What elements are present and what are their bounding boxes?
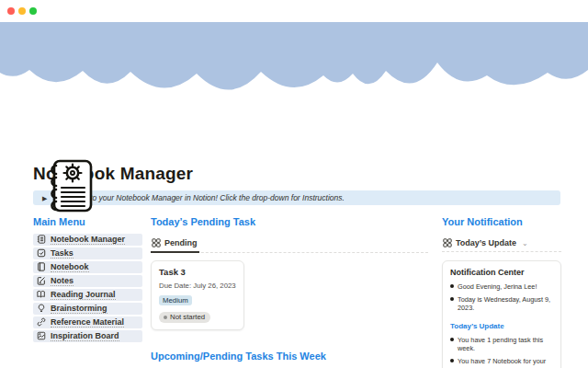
checkbox-icon <box>37 248 46 258</box>
status-label: Not started <box>170 313 205 321</box>
menu-item-reference-material[interactable]: Reference Material <box>33 316 142 328</box>
link-icon <box>37 317 46 327</box>
journal-icon <box>37 262 46 271</box>
tab-label: Today’s Update <box>456 238 516 247</box>
menu-item-label: Tasks <box>51 248 74 259</box>
pending-tabbar: Pending <box>151 236 428 253</box>
date-text: Today is Wednesday, August 9, 2023. <box>458 295 553 312</box>
update-text: You have 7 Notebook for your usage. <box>458 357 553 368</box>
bullet-icon <box>450 338 454 341</box>
gallery-grid-icon <box>152 238 161 247</box>
open-book-icon <box>37 290 46 299</box>
pencil-icon <box>37 276 46 285</box>
menu-item-brainstorming[interactable]: Brainstorming <box>33 303 142 315</box>
menu-item-label: Notebook <box>51 262 89 272</box>
menu-item-label: Notebook Manager <box>51 235 125 245</box>
main-menu-heading: Main Menu <box>33 216 142 228</box>
menu-item-tasks[interactable]: Tasks <box>33 247 142 259</box>
list-item: Today is Wednesday, August 9, 2023. <box>450 295 553 312</box>
status-badge: Not started <box>159 312 210 324</box>
zoom-window-button[interactable] <box>29 7 37 15</box>
upcoming-tasks-heading: Upcoming/Pending Tasks This Week <box>151 351 428 362</box>
list-item: Good Evening, Jerina Lee! <box>450 282 553 291</box>
lightbulb-icon <box>37 304 46 313</box>
notification-column: Your Notification Today’s Update ⌄ Notif… <box>442 216 561 368</box>
minimize-window-button[interactable] <box>18 7 26 15</box>
bullet-icon <box>450 359 454 362</box>
menu-item-label: Reference Material <box>51 317 124 328</box>
picture-frame-icon <box>37 331 46 340</box>
notebook-icon <box>37 235 46 244</box>
status-dot-icon <box>164 316 167 319</box>
menu-item-notebook[interactable]: Notebook <box>33 261 142 273</box>
callout-text: Welcome to your Notebook Manager in Noti… <box>55 193 345 202</box>
close-window-button[interactable] <box>7 7 15 15</box>
menu-item-inspiration-board[interactable]: Inspiration Board <box>33 330 142 342</box>
update-text: You have 1 pending task this week. <box>458 336 553 352</box>
notification-card-title: Notification Center <box>450 268 553 277</box>
notification-heading: Your Notification <box>442 216 561 228</box>
menu-item-notebook-manager[interactable]: Notebook Manager <box>33 234 142 246</box>
gallery-grid-icon <box>443 238 452 247</box>
todays-update-subheading: Today’s Update <box>450 322 553 330</box>
task-title: Task 3 <box>159 267 236 277</box>
notebook-gear-icon[interactable] <box>44 158 94 213</box>
tab-pending[interactable]: Pending <box>151 236 199 253</box>
menu-item-label: Reading Journal <box>51 290 116 300</box>
bullet-icon <box>450 297 454 301</box>
menu-item-label: Inspiration Board <box>51 331 119 341</box>
tab-todays-update[interactable]: Today’s Update ⌄ <box>442 236 530 251</box>
cover-banner-clouds <box>0 22 588 96</box>
greeting-text: Good Evening, Jerina Lee! <box>458 282 537 291</box>
main-menu-column: Main Menu Notebook Manager Tasks Noteboo… <box>33 216 142 368</box>
tasks-column: Today’s Pending Task Pending Task 3 Due … <box>151 216 428 368</box>
instructions-callout[interactable]: ▶ Welcome to your Notebook Manager in No… <box>33 190 560 205</box>
pending-task-heading: Today’s Pending Task <box>151 216 428 228</box>
priority-badge: Medium <box>159 295 192 306</box>
menu-item-label: Brainstorming <box>51 304 107 314</box>
bullet-icon <box>450 284 454 288</box>
window-titlebar <box>0 0 588 22</box>
notification-center-card[interactable]: Notification Center Good Evening, Jerina… <box>442 260 561 368</box>
task-card[interactable]: Task 3 Due Date: July 26, 2023 Medium No… <box>151 260 244 331</box>
task-due-date: Due Date: July 26, 2023 <box>159 282 236 290</box>
list-item: You have 7 Notebook for your usage. <box>450 357 553 368</box>
tab-label: Pending <box>164 238 198 247</box>
chevron-down-icon[interactable]: ⌄ <box>522 239 528 247</box>
page-title: Notebook Manager <box>33 164 560 184</box>
menu-item-notes[interactable]: Notes <box>33 275 142 287</box>
notification-tabbar: Today’s Update ⌄ <box>442 236 561 252</box>
list-item: You have 1 pending task this week. <box>450 336 553 352</box>
menu-item-reading-journal[interactable]: Reading Journal <box>33 289 142 301</box>
menu-item-label: Notes <box>51 276 74 286</box>
